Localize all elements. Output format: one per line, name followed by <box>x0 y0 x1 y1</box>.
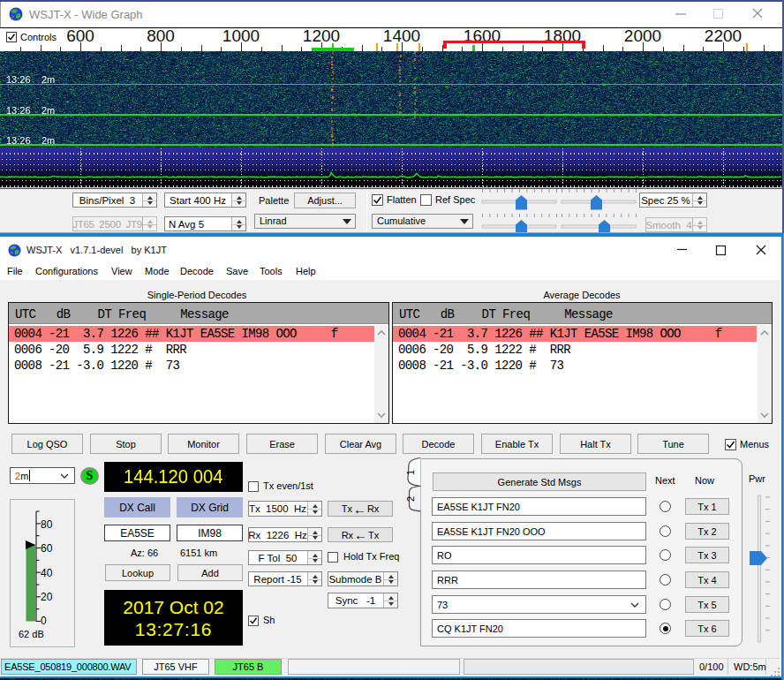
svg-text:13:26: 13:26 <box>6 135 31 146</box>
svg-text:2200: 2200 <box>705 27 742 45</box>
svg-text:20: 20 <box>41 591 53 603</box>
svg-text:1: 1 <box>405 470 416 475</box>
svg-text:40: 40 <box>41 567 53 579</box>
svg-text:2: 2 <box>405 496 416 502</box>
svg-text:80: 80 <box>41 518 53 531</box>
svg-text:2m: 2m <box>41 105 55 116</box>
svg-text:2m: 2m <box>41 74 55 85</box>
svg-text:13:26: 13:26 <box>6 74 31 85</box>
svg-text:1400: 1400 <box>383 27 420 45</box>
svg-text:1000: 1000 <box>222 27 260 45</box>
svg-text:60: 60 <box>41 542 53 555</box>
svg-text:2m: 2m <box>41 135 55 146</box>
svg-text:13:26: 13:26 <box>6 105 31 116</box>
svg-text:0: 0 <box>41 615 47 627</box>
svg-text:2000: 2000 <box>624 27 661 45</box>
svg-text:1200: 1200 <box>303 27 340 45</box>
